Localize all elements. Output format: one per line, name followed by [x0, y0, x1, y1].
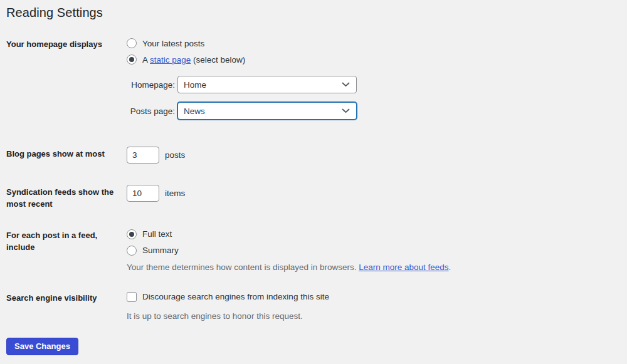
static-page-label: A static page (select below)	[142, 55, 245, 65]
feed-content-label: For each post in a feed, include	[6, 228, 113, 254]
reading-settings-page: Reading Settings Your homepage displays …	[0, 0, 627, 355]
summary-label: Summary	[142, 246, 179, 255]
page-title: Reading Settings	[6, 6, 627, 20]
row-syndication: Syndication feeds show the most recent i…	[6, 185, 627, 211]
full-text-label: Full text	[142, 229, 172, 239]
blog-pages-label: Blog pages show at most	[6, 147, 127, 160]
static-page-link[interactable]: static page	[150, 55, 191, 65]
search-visibility-label: Search engine visibility	[6, 291, 127, 304]
option-static-page[interactable]: A static page (select below)	[127, 53, 627, 66]
option-full-text[interactable]: Full text	[127, 228, 627, 241]
latest-posts-label: Your latest posts	[142, 39, 204, 48]
chevron-down-icon	[342, 108, 350, 113]
posts-page-select-label: Posts page:	[127, 107, 177, 116]
row-feed-content: For each post in a feed, include Full te…	[6, 228, 627, 274]
homepage-select-row: Homepage: Home	[127, 76, 627, 93]
row-search-visibility: Search engine visibility Discourage sear…	[6, 291, 627, 323]
full-text-radio[interactable]	[127, 229, 137, 239]
option-discourage-indexing[interactable]: Discourage search engines from indexing …	[127, 291, 627, 303]
homepage-select[interactable]: Home	[177, 76, 357, 93]
homepage-select-label: Homepage:	[127, 80, 177, 90]
static-page-radio[interactable]	[127, 55, 137, 65]
latest-posts-radio[interactable]	[127, 38, 137, 48]
posts-page-select[interactable]: News	[177, 102, 357, 120]
homepage-displays-label: Your homepage displays	[6, 37, 127, 51]
discourage-indexing-checkbox[interactable]	[127, 292, 137, 302]
homepage-select-value: Home	[184, 80, 206, 90]
discourage-indexing-label: Discourage search engines from indexing …	[142, 292, 329, 301]
row-blog-pages: Blog pages show at most posts	[6, 147, 627, 164]
save-changes-button[interactable]: Save Changes	[6, 338, 78, 355]
summary-radio[interactable]	[127, 246, 137, 256]
syndication-input[interactable]	[127, 185, 159, 202]
learn-more-feeds-link[interactable]: Learn more about feeds	[359, 263, 448, 272]
syndication-label: Syndication feeds show the most recent	[6, 185, 122, 211]
search-visibility-description: It is up to search engines to honor this…	[127, 311, 627, 323]
syndication-unit: items	[165, 189, 185, 198]
blog-pages-input[interactable]	[127, 147, 159, 164]
blog-pages-unit: posts	[165, 150, 185, 160]
static-page-fieldset: Homepage: Home Posts page: News	[127, 76, 627, 120]
posts-page-select-value: News	[184, 107, 205, 116]
option-latest-posts[interactable]: Your latest posts	[127, 37, 627, 49]
row-homepage-displays: Your homepage displays Your latest posts…	[6, 37, 627, 120]
feed-description: Your theme determines how content is dis…	[127, 262, 627, 274]
option-summary[interactable]: Summary	[127, 244, 627, 257]
chevron-down-icon	[342, 82, 350, 87]
posts-page-select-row: Posts page: News	[127, 102, 627, 120]
